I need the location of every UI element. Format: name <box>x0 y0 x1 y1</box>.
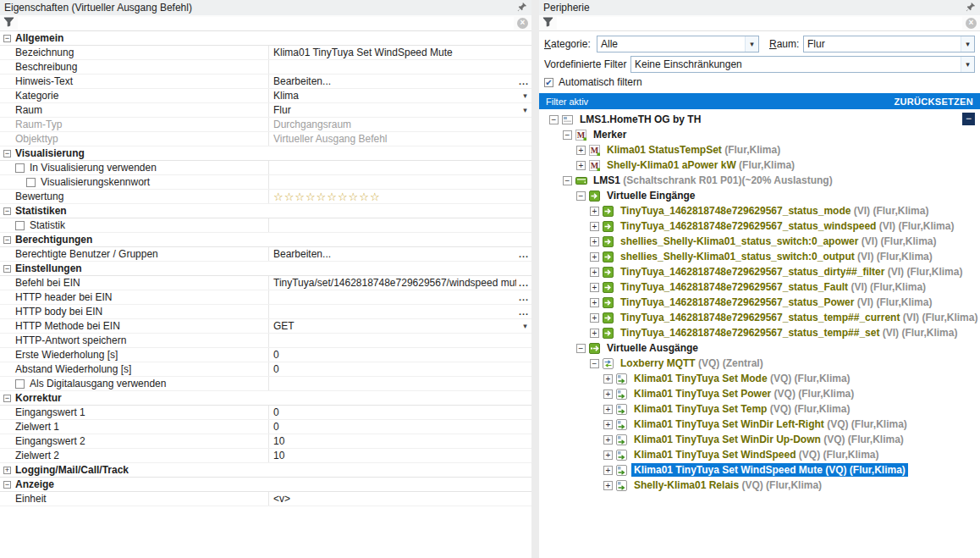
checkbox-statistik[interactable] <box>15 221 25 230</box>
chevron-down-icon[interactable]: ▾ <box>961 36 974 52</box>
collapse-icon[interactable]: − <box>563 176 572 185</box>
expand-icon[interactable]: + <box>603 435 613 445</box>
prop-value-befehl-bei-ein[interactable]: TinyTuya/set/1462818748e729629567/windsp… <box>269 276 531 290</box>
expand-icon[interactable]: + <box>603 405 613 414</box>
collapse-all-button[interactable]: − <box>962 113 975 125</box>
prop-value-raum[interactable]: Flur▾ <box>269 103 531 117</box>
collapse-icon[interactable]: − <box>563 130 572 140</box>
tree-item-klima01-tinytuya-set-windir-left-right[interactable]: +Klima01 TinyTuya Set WinDir Left-Right … <box>539 417 980 432</box>
prop-value-beschreibung[interactable] <box>269 60 531 74</box>
prop-value-bewertung[interactable]: ☆☆☆☆☆☆☆☆☆☆ <box>269 190 531 203</box>
prop-value-http-antwort-speichern[interactable] <box>269 334 531 347</box>
prop-value-http-body-bei-ein[interactable]: ... <box>269 305 531 318</box>
tree-item-shelly-klima01-apower-kw[interactable]: +MShelly-Klima01 aPower kW (Flur,Klima) <box>539 157 980 173</box>
section-header-berechtigungen[interactable]: −Berechtigungen <box>0 233 531 247</box>
chevron-down-icon[interactable]: ▾ <box>961 57 974 72</box>
prop-value-bezeichnung[interactable]: Klima01 TinyTuya Set WindSpeed Mute <box>269 46 531 59</box>
tree-item-lms1[interactable]: −LMS1 (Schaltschrank R01 P01)(~20% Ausla… <box>539 173 980 188</box>
expand-icon[interactable]: + <box>590 283 599 292</box>
vordefinierte-filter-select[interactable]: Keine Einschränkungen ▾ <box>630 56 975 73</box>
dropdown-arrow-icon[interactable]: ▾ <box>519 322 531 330</box>
collapse-icon[interactable]: − <box>590 359 599 368</box>
ellipsis-button[interactable]: ... <box>516 292 531 302</box>
checkbox-als-digitalausgang-verwenden[interactable] <box>15 379 25 389</box>
prop-value-berechtigte-benutzer-gruppen[interactable]: Bearbeiten...... <box>269 247 531 261</box>
section-header-visualisierung[interactable]: −Visualisierung <box>0 146 531 161</box>
tree-item-klima01-tinytuya-set-windir-up-down[interactable]: +Klima01 TinyTuya Set WinDir Up-Down (VQ… <box>539 432 980 447</box>
collapse-icon[interactable]: − <box>3 150 11 157</box>
prop-value-eingangswert-1[interactable]: 0 <box>269 406 531 419</box>
expand-icon[interactable]: + <box>576 146 586 155</box>
reset-filter-button[interactable]: ZURÜCKSETZEN <box>895 97 973 107</box>
eigenschaften-filter-input[interactable] <box>18 17 514 30</box>
collapse-icon[interactable]: − <box>3 207 11 215</box>
ellipsis-button[interactable]: ... <box>516 307 531 317</box>
collapse-icon[interactable]: − <box>3 265 11 273</box>
tree-item-klima01-tinytuya-set-mode[interactable]: +Klima01 TinyTuya Set Mode (VQ) (Flur,Kl… <box>539 371 980 386</box>
raum-select[interactable]: Flur ▾ <box>803 36 975 52</box>
tree-item-klima01-statustempset[interactable]: +MKlima01 StatusTempSet (Flur,Klima) <box>539 142 980 157</box>
prop-value-abstand-wiederholung-s[interactable]: 0 <box>269 362 531 376</box>
tree-item-merker[interactable]: −MMerker <box>539 127 980 142</box>
prop-value-http-methode-bei-ein[interactable]: GET▾ <box>269 319 531 333</box>
ellipsis-button[interactable]: ... <box>516 76 531 86</box>
expand-icon[interactable]: + <box>590 268 599 277</box>
tree-item-tinytuya-1462818748e729629567-status-mode[interactable]: +TinyTuya_1462818748e729629567_status_mo… <box>539 203 980 218</box>
tree-item-tinytuya-1462818748e729629567-status-winds[interactable]: +TinyTuya_1462818748e729629567_status_wi… <box>539 218 980 234</box>
expand-icon[interactable]: + <box>590 298 599 307</box>
tree-item-klima01-tinytuya-set-windspeed-mute[interactable]: +Klima01 TinyTuya Set WindSpeed Mute (VQ… <box>539 462 980 478</box>
section-header-statistiken[interactable]: −Statistiken <box>0 204 531 218</box>
expand-icon[interactable]: + <box>590 222 599 231</box>
pin-icon[interactable] <box>966 2 976 14</box>
clear-filter-icon[interactable]: × <box>517 18 528 29</box>
collapse-icon[interactable]: − <box>576 191 586 201</box>
tree-item-tinytuya-1462818748e729629567-status-power[interactable]: +TinyTuya_1462818748e729629567_status_Po… <box>539 295 980 310</box>
tree-item-loxberry-mqtt[interactable]: −Loxberry MQTT (VQ) (Zentral) <box>539 356 980 371</box>
tree-item-klima01-tinytuya-set-power[interactable]: +Klima01 TinyTuya Set Power (VQ) (Flur,K… <box>539 386 980 401</box>
collapse-icon[interactable]: − <box>3 395 11 402</box>
expand-icon[interactable]: + <box>590 207 599 216</box>
dropdown-arrow-icon[interactable]: ▾ <box>519 91 531 100</box>
expand-icon[interactable]: + <box>603 420 613 429</box>
kategorie-select[interactable]: Alle ▾ <box>597 36 759 52</box>
tree-item-klima01-tinytuya-set-temp[interactable]: +Klima01 TinyTuya Set Temp (VQ) (Flur,Kl… <box>539 401 980 417</box>
prop-value-in-visualisierung-verwenden[interactable] <box>269 161 531 174</box>
prop-value-als-digitalausgang-verwenden[interactable] <box>269 377 531 390</box>
prop-value-eingangswert-2[interactable]: 10 <box>269 434 531 448</box>
pin-icon[interactable] <box>517 2 527 14</box>
collapse-icon[interactable]: − <box>576 344 586 353</box>
automatisch-filtern-checkbox[interactable]: ✔ <box>544 78 553 87</box>
expand-icon[interactable]: + <box>603 481 613 490</box>
prop-value-statistik[interactable] <box>269 218 531 232</box>
dropdown-arrow-icon[interactable]: ▾ <box>519 106 531 114</box>
prop-value-zielwert-1[interactable]: 0 <box>269 420 531 434</box>
expand-icon[interactable]: + <box>603 389 613 399</box>
tree-item-virtuelle-eing-nge[interactable]: −Virtuelle Eingänge <box>539 188 980 203</box>
collapse-icon[interactable]: − <box>3 236 11 244</box>
prop-value-einheit[interactable]: <v> <box>269 492 531 506</box>
tree-item-shellies-shelly-klima01-status-switch-0-ou[interactable]: +shellies_Shelly-Klima01_status_switch:0… <box>539 249 980 264</box>
section-header-einstellungen[interactable]: −Einstellungen <box>0 262 531 276</box>
tree-item-lms1-hometh-og-by-th[interactable]: −LMS1.HomeTH OG by TH− <box>539 112 980 127</box>
expand-icon[interactable]: + <box>3 467 11 474</box>
peripherie-filter-input[interactable] <box>557 17 962 30</box>
expand-icon[interactable]: + <box>590 329 599 338</box>
tree-item-shellies-shelly-klima01-status-switch-0-ap[interactable]: +shellies_Shelly-Klima01_status_switch:0… <box>539 234 980 249</box>
collapse-icon[interactable]: − <box>3 481 11 489</box>
tree-item-virtuelle-ausg-nge[interactable]: −Virtuelle Ausgänge <box>539 340 980 356</box>
section-header-allgemein[interactable]: −Allgemein <box>0 31 531 46</box>
prop-value-erste-wiederholung-s[interactable]: 0 <box>269 348 531 362</box>
clear-filter-icon[interactable]: × <box>966 18 977 29</box>
ellipsis-button[interactable]: ... <box>516 249 531 259</box>
collapse-icon[interactable]: − <box>3 35 11 42</box>
expand-icon[interactable]: + <box>603 374 613 384</box>
expand-icon[interactable]: + <box>603 450 613 460</box>
prop-value-http-header-bei-ein[interactable]: ... <box>269 290 531 304</box>
ellipsis-button[interactable]: ... <box>516 278 531 288</box>
tree-item-tinytuya-1462818748e729629567-status-fault[interactable]: +TinyTuya_1462818748e729629567_status_Fa… <box>539 279 980 295</box>
section-header-anzeige[interactable]: −Anzeige <box>0 478 531 492</box>
tree-item-shelly-klima01-relais[interactable]: +Shelly-Klima01 Relais (VQ) (Flur,Klima) <box>539 478 980 493</box>
expand-icon[interactable]: + <box>576 161 586 170</box>
expand-icon[interactable]: + <box>590 313 599 323</box>
section-header-korrektur[interactable]: −Korrektur <box>0 391 531 406</box>
